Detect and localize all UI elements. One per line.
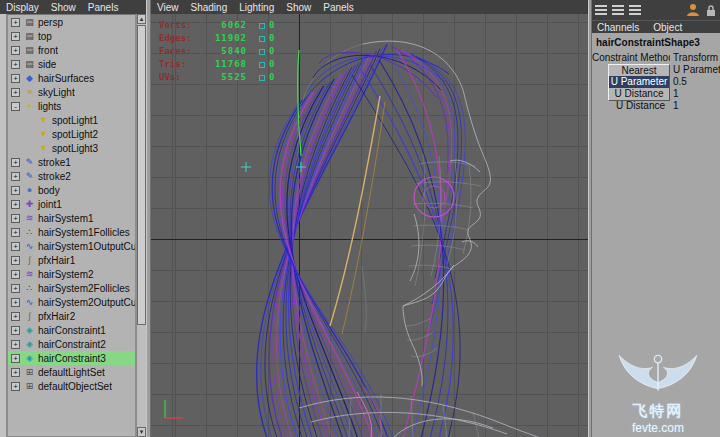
expander-toggle-icon[interactable]: + (11, 186, 20, 195)
expander-toggle-icon[interactable]: + (11, 312, 20, 321)
expander-toggle-icon[interactable]: + (11, 200, 20, 209)
stroke-icon: ✎ (23, 155, 36, 169)
expander-toggle-icon[interactable]: + (11, 214, 20, 223)
channel-value[interactable]: Transform (670, 52, 718, 64)
hairsystem-icon: ≋ (23, 211, 36, 225)
dropdown-option[interactable]: Nearest (608, 64, 670, 77)
outliner-item-stroke1[interactable]: + ✎ stroke1 (8, 155, 135, 169)
expander-toggle-icon[interactable]: + (11, 18, 20, 27)
expander-toggle-icon[interactable]: + (11, 382, 20, 391)
outliner-item-top[interactable]: + ▤ top (8, 29, 135, 43)
menu-show[interactable]: Show (51, 2, 76, 13)
outliner-item-body[interactable]: + ● body (8, 183, 135, 197)
channel-value[interactable]: U Parameter (670, 64, 720, 76)
layout-list-icon[interactable] (595, 5, 607, 15)
outliner-item-persp[interactable]: + ▤ persp (8, 15, 135, 29)
dropdown-option[interactable]: U Distance (608, 88, 670, 101)
outliner-item-hairSystem2[interactable]: + ≋ hairSystem2 (8, 267, 135, 281)
surface-icon: ◆ (23, 71, 36, 85)
outliner-item-spotLight3[interactable]: ▼ spotLight3 (8, 141, 135, 155)
hud-marker-icon (259, 23, 265, 29)
hud-tris: Tris: 11768 0 (159, 58, 274, 71)
channel-value[interactable]: 1 (670, 100, 679, 112)
outliner-left-scrollbar[interactable] (0, 14, 7, 437)
expander-toggle-icon[interactable]: + (11, 340, 20, 349)
channel-value[interactable]: 0.5 (670, 76, 687, 88)
hud-faces: Faces: 5840 0 (159, 45, 274, 58)
expander-toggle-icon[interactable]: + (11, 60, 20, 69)
outliner-item-hairSystem2Follicles[interactable]: + ∴ hairSystem2Follicles (8, 281, 135, 295)
expander-toggle-icon[interactable]: + (11, 172, 20, 181)
outliner-item-label: spotLight1 (50, 115, 98, 126)
expander-toggle-icon[interactable]: + (11, 74, 20, 83)
node-name[interactable]: hairConstraintShape3 (592, 33, 720, 52)
outliner-item-defaultObjectSet[interactable]: + ⊞ defaultObjectSet (8, 379, 135, 393)
expander-toggle-icon[interactable]: + (11, 228, 20, 237)
outliner-scrollbar[interactable]: ▲ ▼ (136, 14, 146, 437)
expander-toggle-icon[interactable]: + (11, 88, 20, 97)
menu-shading[interactable]: Shading (191, 2, 228, 13)
menu-panels[interactable]: Panels (88, 2, 119, 13)
menu-channels[interactable]: Channels (597, 22, 639, 33)
outliner-item-label: pfxHair2 (36, 311, 75, 322)
outliner-item-skyLight[interactable]: + ☀ skyLight (8, 85, 135, 99)
expander-toggle-icon[interactable]: + (11, 256, 20, 265)
outliner-item-pfxHair2[interactable]: + ∫ pfxHair2 (8, 309, 135, 323)
expander-toggle-icon[interactable]: + (11, 298, 20, 307)
outliner-item-hairSurfaces[interactable]: + ◆ hairSurfaces (8, 71, 135, 85)
expander-toggle-icon[interactable]: + (11, 242, 20, 251)
expander-toggle-icon[interactable]: + (11, 158, 20, 167)
channel-value[interactable]: 1 (670, 88, 679, 100)
outliner-item-label: persp (36, 17, 63, 28)
channel-name[interactable]: Constraint Method (592, 52, 670, 64)
outliner-item-label: hairSystem1 (36, 213, 94, 224)
viewport-canvas[interactable]: Verts: 6062 0 Edges: 11902 0 Faces: 5840… (151, 14, 588, 437)
outliner-item-hairSystem2OutputCurv[interactable]: + ∿ hairSystem2OutputCurv (8, 295, 135, 309)
outliner-item-hairSystem1OutputCurv[interactable]: + ∿ hairSystem1OutputCurv (8, 239, 135, 253)
channel-name[interactable]: U Distance (592, 100, 670, 112)
outliner-item-hairConstraint3[interactable]: + ◈ hairConstraint3 (8, 351, 135, 365)
character-icon[interactable] (686, 3, 700, 17)
layout-list-icon[interactable] (612, 5, 624, 15)
outliner-item-hairConstraint1[interactable]: + ◈ hairConstraint1 (8, 323, 135, 337)
outliner-item-hairSystem1Follicles[interactable]: + ∴ hairSystem1Follicles (8, 225, 135, 239)
outliner-item-lights[interactable]: - ✦ lights (8, 99, 135, 113)
scroll-down-icon[interactable]: ▼ (137, 427, 146, 437)
outliner-item-stroke2[interactable]: + ✎ stroke2 (8, 169, 135, 183)
expander-toggle-icon[interactable]: + (11, 270, 20, 279)
dropdown-option-selected[interactable]: U Parameter (608, 76, 670, 88)
outliner-item-side[interactable]: + ▤ side (8, 57, 135, 71)
menu-show-vp[interactable]: Show (286, 2, 311, 13)
expander-toggle-icon[interactable]: + (11, 46, 20, 55)
menu-panels-vp[interactable]: Panels (323, 2, 354, 13)
menu-view[interactable]: View (157, 2, 179, 13)
expander-toggle-icon[interactable]: + (11, 326, 20, 335)
scroll-up-icon[interactable]: ▲ (137, 14, 146, 24)
spotlight-icon: ▼ (37, 141, 50, 155)
skull-back-wire (297, 44, 366, 332)
scrollbar-thumb[interactable] (137, 25, 146, 325)
outliner-item-defaultLightSet[interactable]: + ⊞ defaultLightSet (8, 365, 135, 379)
expander-toggle-icon[interactable]: + (11, 354, 20, 363)
outliner-item-label: spotLight2 (50, 129, 98, 140)
expander-toggle-icon[interactable]: + (11, 32, 20, 41)
channel-row: U Distance 1 (592, 100, 720, 112)
outliner-item-front[interactable]: + ▤ front (8, 43, 135, 57)
outliner-item-spotLight1[interactable]: ▼ spotLight1 (8, 113, 135, 127)
expander-toggle-icon[interactable]: - (11, 102, 20, 111)
outliner-item-joint1[interactable]: + ✚ joint1 (8, 197, 135, 211)
layout-list-icon[interactable] (629, 5, 641, 15)
menu-lighting[interactable]: Lighting (239, 2, 274, 13)
outliner-item-hairConstraint2[interactable]: + ◈ hairConstraint2 (8, 337, 135, 351)
menu-display[interactable]: Display (6, 2, 39, 13)
outliner-item-spotLight2[interactable]: ▼ spotLight2 (8, 127, 135, 141)
expander-toggle-icon[interactable]: + (11, 368, 20, 377)
constraint-icon: ◈ (23, 323, 36, 337)
expander-toggle-icon[interactable]: + (11, 284, 20, 293)
menu-object[interactable]: Object (653, 22, 682, 33)
outliner-item-label: hairConstraint3 (36, 353, 106, 364)
channel-row: U Distance 1 (592, 88, 720, 100)
outliner-item-hairSystem1[interactable]: + ≋ hairSystem1 (8, 211, 135, 225)
outliner-item-pfxHair1[interactable]: + ∫ pfxHair1 (8, 253, 135, 267)
lock-icon[interactable] (705, 4, 717, 17)
